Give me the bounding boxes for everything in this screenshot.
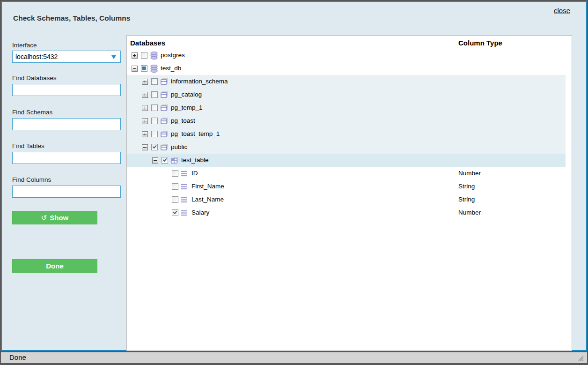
tree-row: pg_toast_temp_1 (127, 127, 566, 141)
column-type: String (458, 180, 475, 193)
done-button[interactable]: Done (12, 259, 97, 273)
column-icon (181, 170, 189, 178)
node-label[interactable]: pg_toast (171, 114, 195, 127)
expand-icon[interactable] (142, 105, 148, 111)
tree-panel: Databases Column Type postgrestest_dbinf… (126, 35, 572, 351)
node-label[interactable]: Last_Name (191, 193, 224, 206)
tree-row: SalaryNumber (127, 206, 566, 219)
tree-rows: postgrestest_dbinformation_schemapg_cata… (127, 49, 566, 219)
tree-row: information_schema (127, 75, 566, 88)
find-schemas-label: Find Schemas (12, 109, 52, 116)
row-checkbox[interactable] (141, 65, 147, 72)
schema-icon (160, 143, 169, 151)
node-label[interactable]: public (171, 141, 187, 154)
schema-icon (160, 117, 169, 125)
node-label[interactable]: postgres (161, 49, 185, 62)
interface-label: Interface (12, 42, 37, 49)
dialog-title: Check Schemas, Tables, Columns (13, 14, 130, 22)
tree-row: postgres (127, 49, 566, 62)
row-checkbox[interactable] (172, 170, 178, 177)
close-link[interactable]: close (554, 7, 570, 15)
tree-row: IDNumber (127, 167, 566, 180)
expand-icon[interactable] (142, 131, 148, 137)
row-checkbox[interactable] (172, 209, 178, 216)
schema-icon (160, 91, 169, 99)
indent-spacer (162, 171, 169, 177)
row-checkbox[interactable] (141, 52, 147, 59)
node-label[interactable]: pg_toast_temp_1 (171, 127, 220, 141)
databases-header: Databases (130, 39, 165, 47)
column-type: Number (458, 206, 481, 219)
schema-icon (160, 78, 169, 86)
row-checkbox[interactable] (151, 118, 158, 124)
expand-icon[interactable] (132, 52, 138, 59)
check-schemas-dialog: close Check Schemas, Tables, Columns Int… (1, 1, 587, 351)
window-frame: close Check Schemas, Tables, Columns Int… (0, 0, 588, 365)
indent-spacer (162, 184, 169, 190)
tree-row: public (127, 141, 566, 154)
show-button[interactable]: ↺Show (12, 211, 97, 224)
collapse-icon[interactable] (142, 144, 148, 150)
expand-icon[interactable] (142, 118, 148, 124)
indent-spacer (162, 210, 169, 216)
find-databases-input[interactable] (12, 84, 121, 96)
find-columns-label: Find Columns (12, 176, 51, 183)
dropdown-arrow-icon (111, 55, 116, 59)
tree-row: pg_catalog (127, 88, 566, 101)
row-checkbox[interactable] (151, 104, 158, 111)
row-checkbox[interactable] (151, 131, 158, 137)
find-schemas-input[interactable] (12, 118, 121, 130)
column-type: Number (458, 167, 481, 180)
row-checkbox[interactable] (151, 91, 158, 98)
node-label[interactable]: pg_catalog (171, 88, 202, 101)
node-label[interactable]: pg_temp_1 (171, 101, 203, 114)
row-checkbox[interactable] (151, 78, 158, 85)
row-checkbox[interactable] (172, 196, 178, 203)
indent-spacer (162, 197, 169, 203)
refresh-icon: ↺ (41, 214, 47, 222)
interface-select-value: localhost:5432 (15, 53, 58, 60)
node-label[interactable]: information_schema (171, 75, 228, 88)
tree-row: test_table (127, 154, 566, 167)
column-icon (181, 196, 189, 204)
row-checkbox[interactable] (162, 157, 168, 164)
find-tables-label: Find Tables (12, 142, 44, 149)
database-icon (150, 65, 158, 73)
schema-icon (160, 130, 169, 138)
status-bar: Done (1, 352, 587, 363)
tree-row: First_NameString (127, 180, 566, 193)
collapse-icon[interactable] (152, 157, 158, 164)
tree-row: pg_toast (127, 114, 566, 127)
column-type: String (458, 193, 475, 206)
column-icon (181, 183, 189, 191)
tree-row: Last_NameString (127, 193, 566, 206)
collapse-icon[interactable] (132, 66, 138, 72)
node-label[interactable]: test_db (161, 62, 181, 75)
node-label[interactable]: test_table (181, 154, 209, 167)
node-label[interactable]: First_Name (191, 180, 224, 193)
interface-select[interactable]: localhost:5432 (12, 51, 121, 63)
tree-row: test_db (127, 62, 566, 75)
resize-grip-icon[interactable] (577, 354, 584, 362)
find-tables-input[interactable] (12, 152, 121, 164)
column-type-header: Column Type (458, 39, 502, 47)
row-checkbox[interactable] (172, 183, 178, 190)
expand-icon[interactable] (142, 79, 148, 85)
find-columns-input[interactable] (12, 186, 121, 198)
schema-icon (160, 104, 169, 112)
row-checkbox[interactable] (151, 144, 158, 150)
show-button-label: Show (50, 214, 68, 222)
find-databases-label: Find Databases (12, 74, 57, 82)
done-button-label: Done (46, 262, 64, 270)
node-label[interactable]: ID (191, 167, 198, 180)
status-text: Done (9, 353, 26, 361)
database-icon (150, 52, 158, 60)
tree-row: pg_temp_1 (127, 101, 566, 114)
table-icon (170, 156, 179, 164)
column-icon (181, 209, 189, 217)
expand-icon[interactable] (142, 92, 148, 98)
node-label[interactable]: Salary (191, 206, 209, 219)
